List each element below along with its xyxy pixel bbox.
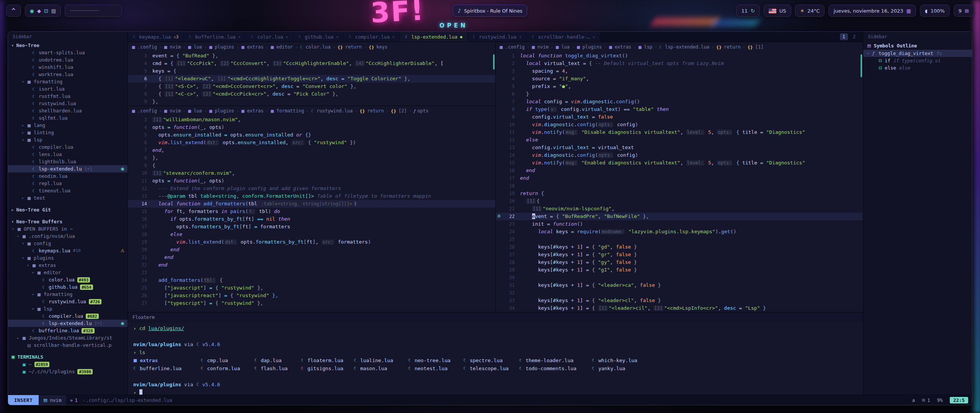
tabpage-2[interactable]: 2	[850, 33, 858, 40]
tree-item[interactable]: ☾shellharden.lua	[8, 107, 127, 114]
code-line[interactable]: 21 [1]"neovim/nvim-lspconfig",	[496, 205, 863, 213]
tree-item[interactable]: ▾■plugins	[8, 254, 127, 262]
tree-item[interactable]: ▾■lsp	[8, 136, 127, 143]
code-line[interactable]: 18 else	[128, 231, 495, 238]
tree-item[interactable]: ☾timeout.lua	[8, 187, 127, 194]
code-line[interactable]: 26 ["javascriptreact"] = { "rustywind" }…	[128, 292, 495, 299]
tree-item[interactable]: ☾isort.lua	[8, 85, 127, 93]
editor-rustywind-lua[interactable]: ■.config›■nvim›■lua›■plugins›■extras›■fo…	[128, 106, 495, 312]
tree-item[interactable]: ▾■.config/nvim/lua	[8, 233, 127, 240]
tree-section-header[interactable]: ▾Neo-Tree Buffers	[8, 218, 127, 225]
code-line[interactable]: 8 if type(v: config.virtual_text) == "ta…	[496, 106, 863, 113]
tree-item[interactable]: ☾repl.lua	[8, 180, 127, 187]
code-line[interactable]: 8},	[128, 154, 495, 162]
code-line[interactable]: 17 opts.formatters_by_ft[ft] = formatter…	[128, 223, 495, 231]
code-line[interactable]: 23 init = function()	[496, 220, 863, 228]
code-line[interactable]: 6 }	[496, 90, 863, 98]
scrollbar-handle[interactable]	[861, 54, 862, 77]
clipboard-icon[interactable]: ⊡	[44, 8, 48, 14]
code-line[interactable]: 9},	[128, 98, 495, 106]
tree-item[interactable]: ☾github.lua#654	[8, 283, 127, 291]
code-line[interactable]: 11opts = function(_, opts)	[128, 177, 495, 185]
tree-item[interactable]: ☾compiler.lua#682	[8, 312, 127, 320]
code-line[interactable]: 26 keys[#keys + 1] = { "gd", false }	[496, 243, 863, 251]
code-line[interactable]: 18	[496, 182, 863, 190]
tree-item[interactable]: ☾rustywind.lua	[8, 100, 127, 107]
editor-color-lua[interactable]: ■.config›■nvim›■lua›■plugins›■extras›■ed…	[128, 42, 495, 106]
code-line[interactable]: 34 keys[#keys + 1] = { [1]"<leader>cil",…	[496, 304, 863, 312]
close-icon[interactable]: ✕	[336, 35, 338, 39]
code-line[interactable]: 15 vim.notify(msg: "Enabled diagnostics …	[496, 159, 863, 167]
launcher-button[interactable]: ^	[6, 5, 21, 17]
code-line[interactable]: ⚙22 event = { "BufReadPre", "BufNewFile"…	[496, 213, 863, 220]
close-icon[interactable]: ✕	[286, 35, 288, 39]
close-icon[interactable]: ✕	[593, 35, 595, 39]
code-line[interactable]: 12 else	[496, 136, 863, 144]
code-line[interactable]: 7 { [1]"<S-C>", [2]"<cmd>CccConvert<cr>"…	[128, 83, 495, 90]
tree-item[interactable]: ☾lsp-extended.lu[+]◉	[8, 320, 127, 327]
code-line[interactable]: 5 prefix = "●",	[496, 83, 863, 90]
code-line[interactable]: 29 keys[#keys + 1] = { "gI", false }	[496, 266, 863, 274]
code-line[interactable]: 2 local virtual_text = { -- Default virt…	[496, 60, 863, 67]
search-input[interactable]: ────────────	[65, 5, 122, 17]
close-icon[interactable]: ✕	[392, 35, 395, 39]
code-line[interactable]: 14 local function add_formatters(tbl :ta…	[128, 200, 495, 208]
code-line[interactable]: 33 keys[#keys + 1] = { "<leader>cl", fal…	[496, 297, 863, 304]
tab-keymaps.lua[interactable]: ☾keymaps.lua⚠3	[128, 32, 184, 42]
tree-item[interactable]: ▸■linting	[8, 129, 127, 136]
code-line[interactable]: 20 [1]{	[496, 197, 863, 205]
tree-item[interactable]: ☾color.lua#493	[8, 276, 127, 283]
clock-module[interactable]: jueves, noviembre 16, 2023 ▦	[828, 5, 916, 17]
tab-lsp-extended.lua[interactable]: ☾lsp-extended.lua●	[400, 32, 468, 42]
tree-item[interactable]: ☾sqlfmt.lua	[8, 114, 127, 122]
code-line[interactable]: 3event = { "BufRead" },	[128, 52, 495, 60]
tree-section-header[interactable]: ▾Neo-Tree	[8, 42, 127, 49]
tree-item[interactable]: ☾rustywind.lua#726	[8, 298, 127, 305]
outline-item[interactable]: ⊡ifif type(config.vi	[863, 57, 972, 64]
code-line[interactable]: 9 config.virtual_text = false	[496, 113, 863, 121]
tree-item[interactable]: ☾undotree.lua	[8, 56, 127, 63]
tree-section-header[interactable]: ▣TERMINALS	[8, 353, 127, 361]
code-line[interactable]: 10 vim.diagnostic.config(opts: config)	[496, 121, 863, 128]
tree-item[interactable]: ▸■test	[8, 194, 127, 202]
tree-item[interactable]: ▸■lang	[8, 122, 127, 129]
code-line[interactable]: 24 local keys = require(modname: "lazyvi…	[496, 228, 863, 236]
code-line[interactable]: 25	[496, 236, 863, 243]
code-line[interactable]: 27 keys[#keys + 1] = { "gr", false }	[496, 251, 863, 259]
scrollbar-handle[interactable]	[493, 54, 495, 70]
tree-item[interactable]: ☾lightbulb.lua	[8, 158, 127, 165]
tree-item[interactable]: ☾lsp-extended.lu[+]◉	[8, 165, 127, 172]
code-line[interactable]: 23	[128, 269, 495, 276]
tab-bufferline.lua[interactable]: ☾bufferline.lua✕	[184, 32, 246, 42]
tree-item[interactable]: ▤scrollbar-handle-vertical.p	[8, 341, 127, 349]
notes-icon[interactable]: ▤	[51, 8, 56, 14]
code-line[interactable]: 17end	[496, 174, 863, 182]
code-line[interactable]: 31 keys[#keys + 1] = { "<leader>ca", fal…	[496, 281, 863, 289]
tree-item[interactable]: ▾■formatting	[8, 291, 127, 298]
tree-item[interactable]: ▣~#2859	[8, 361, 127, 368]
tab-color.lua[interactable]: ☾color.lua✕	[246, 32, 293, 42]
code-line[interactable]: 32	[496, 289, 863, 297]
code-line[interactable]: 28 keys[#keys + 1] = { "gy", false }	[496, 259, 863, 266]
tabpage-1[interactable]: 1	[840, 33, 848, 40]
code-line[interactable]: 19return {	[496, 190, 863, 197]
code-line[interactable]: 3 spacing = 4,	[496, 67, 863, 75]
code-line[interactable]: 8 { [1]"<C-c>", [2]"<cmd>CccPick<cr>", d…	[128, 90, 495, 98]
code-line[interactable]: 27 ["typescript"] = { "rustywind" },	[128, 299, 495, 307]
code-line[interactable]: 25 ["javascript"] = { "rustywind" },	[128, 284, 495, 292]
workspace-module[interactable]: 9 ⊞	[954, 5, 974, 17]
weather-module[interactable]: ☀ 24°C	[795, 5, 825, 17]
tree-item[interactable]: ▣~/.c/n/l/plugins#3980	[8, 368, 127, 375]
code-line[interactable]: 10[1]"stevearc/conform.nvim",	[128, 169, 495, 177]
code-line[interactable]: 6 vim.list_extend(dst: opts.ensure_insta…	[128, 139, 495, 146]
tree-section-header[interactable]: ▸Neo-Tree Git	[8, 206, 127, 213]
tree-item[interactable]: ▾■extras	[8, 262, 127, 269]
tree-item[interactable]: ☾worktree.lua	[8, 71, 127, 78]
tree-item[interactable]: ▾■OPEN BUFFERS in ~	[8, 225, 127, 233]
tree-item[interactable]: ▸■Juegos/Indies/SteamLibrary/st	[8, 334, 127, 341]
close-icon[interactable]: ✕	[519, 35, 521, 39]
code-line[interactable]: 7end,	[128, 146, 495, 154]
tree-item[interactable]: ▾■lsp	[8, 305, 127, 312]
code-line[interactable]: 5 opts.ensure_installed = opts.ensure_in…	[128, 131, 495, 139]
tree-item[interactable]: ☾winshift.lua	[8, 63, 127, 71]
